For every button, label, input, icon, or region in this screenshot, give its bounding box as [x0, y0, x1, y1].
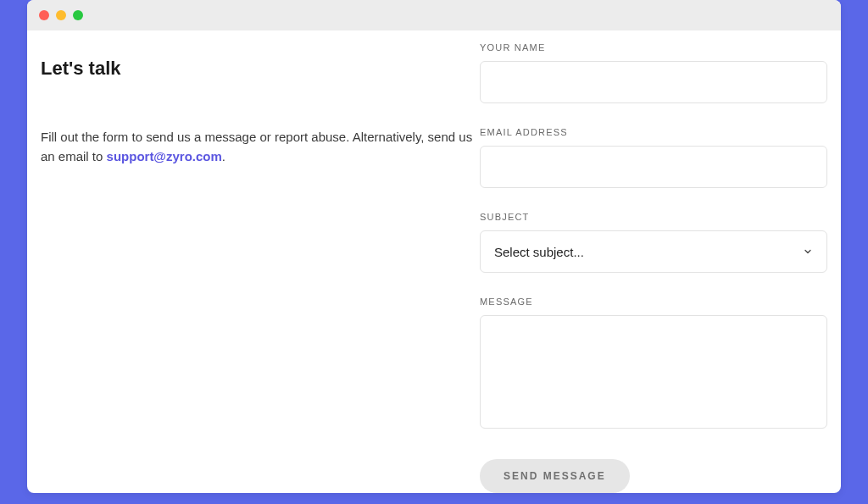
titlebar	[27, 0, 841, 30]
subject-label: SUBJECT	[480, 212, 827, 222]
chevron-down-icon	[803, 246, 813, 257]
intro-after: .	[222, 149, 225, 163]
subject-selected-value: Select subject...	[494, 245, 584, 259]
subject-select[interactable]: Select subject...	[480, 230, 827, 273]
name-label: YOUR NAME	[480, 42, 827, 53]
content-area: Let's talk Fill out the form to send us …	[27, 30, 841, 493]
email-label: EMAIL ADDRESS	[480, 127, 827, 137]
send-message-button[interactable]: SEND MESSAGE	[480, 459, 630, 493]
page-title: Let's talk	[41, 58, 480, 80]
name-field-group: YOUR NAME	[480, 42, 827, 103]
intro-text: Fill out the form to send us a message o…	[41, 127, 480, 167]
support-email-link[interactable]: support@zyro.com	[107, 149, 222, 163]
minimize-icon[interactable]	[56, 10, 66, 20]
left-panel: Let's talk Fill out the form to send us …	[41, 42, 480, 493]
close-icon[interactable]	[39, 10, 49, 20]
message-field-group: MESSAGE	[480, 296, 827, 432]
message-label: MESSAGE	[480, 296, 827, 307]
contact-form: YOUR NAME EMAIL ADDRESS SUBJECT Select s…	[480, 42, 827, 493]
intro-before: Fill out the form to send us a message o…	[41, 130, 472, 163]
subject-field-group: SUBJECT Select subject...	[480, 212, 827, 273]
maximize-icon[interactable]	[73, 10, 83, 20]
message-textarea[interactable]	[480, 315, 827, 429]
name-input[interactable]	[480, 61, 827, 103]
email-field-group: EMAIL ADDRESS	[480, 127, 827, 188]
app-window: Let's talk Fill out the form to send us …	[27, 0, 841, 493]
email-input[interactable]	[480, 146, 827, 188]
